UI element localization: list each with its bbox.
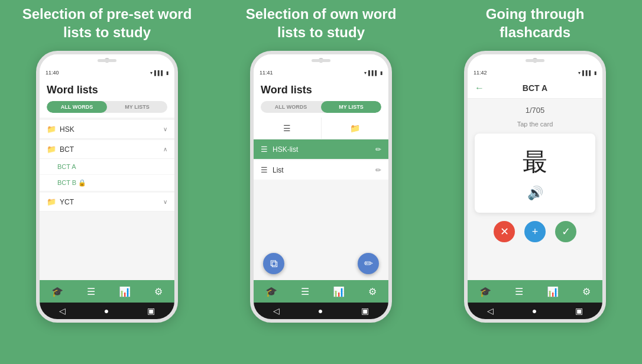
list-group-hsk-header[interactable]: 📁 HSK ∨ xyxy=(40,120,174,139)
panel-2-title: Selection of own wordlists to study xyxy=(246,5,397,41)
phone-1-content: Word lists ALL WORDS MY LISTS 📁 HSK ∨ xyxy=(40,78,174,303)
recent-btn-1[interactable]: ▣ xyxy=(147,306,155,316)
word-lists-title-2: Word lists xyxy=(261,84,381,96)
list-item-name-hsk: HSK-list xyxy=(273,145,298,154)
flashcard-card[interactable]: 最 🔊 xyxy=(475,134,595,213)
nav-list-icon[interactable]: ☰ xyxy=(87,286,95,297)
folder-icon-hsk: 📁 xyxy=(47,125,56,134)
back-btn-2[interactable]: ◁ xyxy=(273,306,280,316)
panel-1: Selection of pre-set word lists to study… xyxy=(7,5,207,359)
nav-gear-icon[interactable]: ⚙ xyxy=(154,286,163,297)
wifi-icon-3: ▾ xyxy=(578,70,581,76)
time-1: 11:40 xyxy=(46,70,59,76)
speaker xyxy=(98,59,116,62)
back-btn-1[interactable]: ◁ xyxy=(59,306,66,316)
panel-1-title: Selection of pre-set word lists to study xyxy=(7,5,207,41)
list-view-btn[interactable]: ☰ xyxy=(254,118,322,139)
edit-icon-list[interactable]: ✏ xyxy=(375,166,381,174)
phone-3-bottom: ◁ ● ▣ xyxy=(468,303,602,319)
phone-3: 11:42 ▾ ▌▌▌ ▮ ← BCT A 1/705 Tap the card… xyxy=(464,51,606,323)
battery-icon-2: ▮ xyxy=(380,70,382,76)
home-btn-3[interactable]: ● xyxy=(532,306,537,316)
tab-all-words-2[interactable]: ALL WORDS xyxy=(261,101,321,113)
list-group-bct-header[interactable]: 📁 BCT ∧ xyxy=(40,140,174,159)
phone-1-nav: 🎓 ☰ 📊 ⚙ xyxy=(40,280,174,303)
recent-btn-2[interactable]: ▣ xyxy=(361,306,369,316)
nav-study-icon-3[interactable]: 🎓 xyxy=(479,286,491,297)
my-lists-toolbar: ☰ 📁 xyxy=(254,118,388,139)
phone-2-bottom: ◁ ● ▣ xyxy=(254,303,388,319)
tab-all-words-1[interactable]: ALL WORDS xyxy=(47,101,107,113)
list-group-bct: 📁 BCT ∧ BCT A BCT B 🔒 xyxy=(40,140,174,191)
recent-btn-3[interactable]: ▣ xyxy=(575,306,583,316)
phone-3-nav: 🎓 ☰ 📊 ⚙ xyxy=(468,280,602,303)
nav-list-icon-2[interactable]: ☰ xyxy=(301,286,309,297)
tab-my-lists-1[interactable]: MY LISTS xyxy=(107,101,167,113)
speaker-2 xyxy=(312,59,330,62)
wifi-icon-2: ▾ xyxy=(364,70,367,76)
chinese-character: 最 xyxy=(523,145,547,178)
nav-gear-icon-2[interactable]: ⚙ xyxy=(368,286,377,297)
home-btn-1[interactable]: ● xyxy=(104,306,109,316)
nav-list-icon-3[interactable]: ☰ xyxy=(515,286,523,297)
phone-1-bottom: ◁ ● ▣ xyxy=(40,303,174,319)
nav-study-icon[interactable]: 🎓 xyxy=(51,286,63,297)
list-group-bct-name: BCT xyxy=(60,145,74,154)
panel-2: Selection of own wordlists to study 11:4… xyxy=(221,5,421,359)
phone-3-top xyxy=(468,54,602,67)
back-arrow-btn[interactable]: ← xyxy=(475,83,484,93)
back-btn-3[interactable]: ◁ xyxy=(487,306,494,316)
nav-chart-icon[interactable]: 📊 xyxy=(119,286,131,297)
phone-2-nav: 🎓 ☰ 📊 ⚙ xyxy=(254,280,388,303)
phone-2-content: Word lists ALL WORDS MY LISTS ☰ 📁 ☰ HSK-… xyxy=(254,78,388,303)
nav-study-icon-2[interactable]: 🎓 xyxy=(265,286,277,297)
list-icon-hsk: ☰ xyxy=(261,145,268,154)
list-group-yct-name: YCT xyxy=(60,198,74,206)
battery-icon: ▮ xyxy=(166,70,168,76)
skip-btn[interactable]: + xyxy=(524,221,546,242)
list-group-yct-header[interactable]: 📁 YCT ∨ xyxy=(40,193,174,212)
tab-my-lists-2[interactable]: MY LISTS xyxy=(321,101,381,113)
speaker-3 xyxy=(526,59,544,62)
flashcard-actions: ✕ + ✓ xyxy=(494,221,576,242)
time-2: 11:41 xyxy=(260,70,273,76)
sub-item-bctb[interactable]: BCT B 🔒 xyxy=(40,175,174,191)
accept-btn[interactable]: ✓ xyxy=(555,221,576,242)
sub-item-bcta[interactable]: BCT A xyxy=(40,159,174,175)
nav-gear-icon-3[interactable]: ⚙ xyxy=(582,286,591,297)
wifi-icon: ▾ xyxy=(150,70,153,76)
folder-view-btn[interactable]: 📁 xyxy=(322,118,389,139)
time-3: 11:42 xyxy=(474,70,487,76)
chevron-yct: ∨ xyxy=(163,199,167,205)
list-item-list[interactable]: ☰ List ✏ xyxy=(254,160,388,180)
status-icons-3: ▾ ▌▌▌ ▮ xyxy=(578,70,596,76)
list-group-yct: 📁 YCT ∨ xyxy=(40,193,174,212)
battery-icon-3: ▮ xyxy=(594,70,596,76)
sound-icon[interactable]: 🔊 xyxy=(527,186,543,201)
list-item-hsk-list[interactable]: ☰ HSK-list ✏ xyxy=(254,139,388,159)
list-group-hsk-name: HSK xyxy=(60,125,74,134)
reject-btn[interactable]: ✕ xyxy=(494,221,515,242)
folder-icon-yct: 📁 xyxy=(47,197,56,206)
status-bar-3: 11:42 ▾ ▌▌▌ ▮ xyxy=(468,67,602,78)
edit-icon-hsk[interactable]: ✏ xyxy=(375,145,381,154)
word-lists-header-1: Word lists ALL WORDS MY LISTS xyxy=(40,78,174,118)
folder-icon-bct: 📁 xyxy=(47,145,56,154)
chevron-hsk: ∨ xyxy=(163,126,167,132)
phone-3-content: ← BCT A 1/705 Tap the card 最 🔊 ✕ + ✓ 🎓 xyxy=(468,78,602,303)
list-icon-list: ☰ xyxy=(261,165,268,174)
status-icons-1: ▾ ▌▌▌ ▮ xyxy=(150,70,168,76)
nav-chart-icon-3[interactable]: 📊 xyxy=(547,286,559,297)
fab-edit-btn[interactable]: ✏ xyxy=(358,253,379,274)
word-list-body-1: 📁 HSK ∨ 📁 BCT ∧ BCT A xyxy=(40,118,174,280)
list-item-name-list: List xyxy=(273,166,284,174)
nav-chart-icon-2[interactable]: 📊 xyxy=(333,286,345,297)
flashcard-body: 1/705 Tap the card 最 🔊 ✕ + ✓ xyxy=(468,99,602,280)
fab-copy-btn[interactable]: ⧉ xyxy=(263,253,284,274)
status-icons-2: ▾ ▌▌▌ ▮ xyxy=(364,70,382,76)
status-bar-2: 11:41 ▾ ▌▌▌ ▮ xyxy=(254,67,388,78)
tab-bar-1: ALL WORDS MY LISTS xyxy=(47,101,167,113)
phone-2: 11:41 ▾ ▌▌▌ ▮ Word lists ALL WORDS MY LI… xyxy=(250,51,392,323)
home-btn-2[interactable]: ● xyxy=(318,306,323,316)
word-lists-title-1: Word lists xyxy=(47,84,167,96)
